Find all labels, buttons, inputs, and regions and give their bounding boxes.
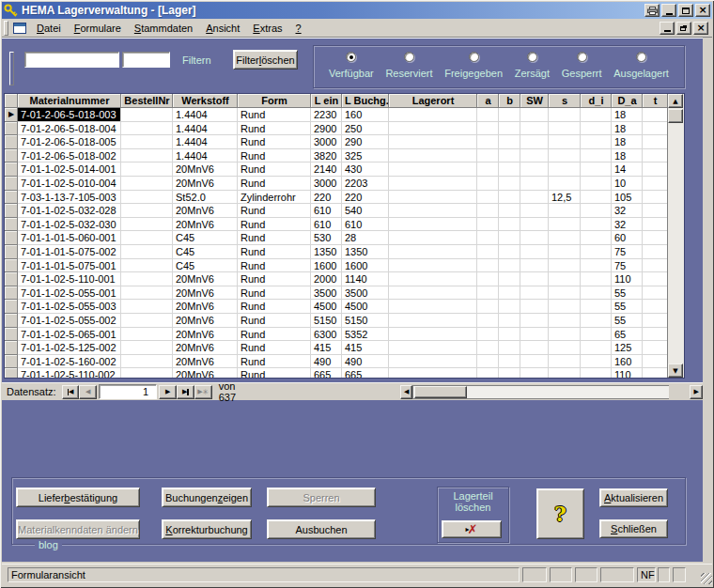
last-record-button[interactable]: ▶	[177, 385, 194, 399]
cell[interactable]	[549, 177, 581, 191]
row-selector[interactable]	[5, 231, 18, 245]
cell[interactable]	[477, 300, 499, 314]
cell[interactable]	[549, 231, 581, 245]
cell[interactable]: 7-01-1-02-5-032-028	[18, 204, 121, 218]
menu-datei[interactable]: Datei	[30, 19, 68, 38]
cell[interactable]	[121, 328, 173, 342]
materialkenndaten-button[interactable]: Materialkenndaten ändern	[16, 519, 140, 539]
cell[interactable]: 1350	[311, 245, 342, 259]
cell[interactable]	[643, 300, 668, 314]
menu-extras[interactable]: Extras	[246, 19, 288, 38]
cell[interactable]	[643, 122, 668, 136]
cell[interactable]	[499, 355, 520, 369]
cell[interactable]: 7-01-1-02-5-110-001	[18, 272, 121, 286]
cell[interactable]: 415	[342, 341, 389, 355]
cell[interactable]	[499, 204, 520, 218]
aktualisieren-button[interactable]: Aktualisieren	[599, 488, 668, 507]
cell[interactable]	[499, 122, 520, 136]
cell[interactable]	[549, 286, 581, 301]
cell[interactable]	[643, 231, 668, 245]
cell[interactable]	[121, 286, 173, 301]
cell[interactable]: 7-01-1-02-5-065-001	[18, 328, 121, 342]
cell[interactable]	[643, 355, 668, 369]
cell[interactable]: 14	[612, 162, 643, 177]
cell[interactable]: Rund	[238, 122, 311, 136]
cell[interactable]	[643, 177, 668, 191]
cell[interactable]: 4500	[311, 300, 342, 314]
cell[interactable]	[581, 314, 612, 328]
cell[interactable]: 7-01-1-02-5-055-001	[18, 286, 121, 301]
cell[interactable]	[520, 108, 549, 122]
cell[interactable]	[581, 177, 612, 191]
row-selector[interactable]	[5, 149, 18, 163]
cell[interactable]	[520, 328, 549, 342]
menu-formulare[interactable]: Formulare	[68, 19, 128, 38]
cell[interactable]: 4500	[342, 300, 389, 314]
cell[interactable]: 20MnV6	[173, 314, 238, 328]
cell[interactable]: Rund	[238, 135, 311, 149]
cell[interactable]: 1.4404	[173, 122, 238, 136]
cell[interactable]	[389, 245, 477, 259]
cell[interactable]	[549, 162, 581, 177]
cell[interactable]	[121, 177, 173, 191]
cell[interactable]: Rund	[238, 177, 311, 191]
cell[interactable]	[581, 259, 612, 273]
cell[interactable]: 7-01-1-01-5-075-001	[18, 259, 121, 273]
cell[interactable]: 665	[311, 368, 342, 379]
cell[interactable]: 105	[612, 191, 643, 205]
cell[interactable]: 20MnV6	[173, 204, 238, 218]
cell[interactable]	[520, 191, 549, 205]
cell[interactable]	[520, 162, 549, 177]
radio-reserviert[interactable]: Reserviert	[385, 52, 432, 87]
cell[interactable]	[389, 191, 477, 205]
cell[interactable]	[581, 245, 612, 259]
column-header[interactable]: L ein	[311, 94, 342, 108]
cell[interactable]	[581, 231, 612, 245]
cell[interactable]: Rund	[238, 286, 311, 301]
cell[interactable]	[477, 204, 499, 218]
cell[interactable]	[477, 314, 499, 328]
cell[interactable]	[499, 300, 520, 314]
cell[interactable]	[520, 245, 549, 259]
cell[interactable]	[643, 286, 668, 301]
cell[interactable]	[643, 218, 668, 232]
cell[interactable]	[121, 245, 173, 259]
row-selector[interactable]	[5, 245, 18, 259]
cell[interactable]: 20MnV6	[173, 328, 238, 342]
cell[interactable]	[121, 204, 173, 218]
cell[interactable]	[520, 122, 549, 136]
cell[interactable]	[389, 259, 477, 273]
cell[interactable]	[643, 108, 668, 122]
menu-ansicht[interactable]: Ansicht	[199, 19, 246, 38]
cell[interactable]	[520, 300, 549, 314]
cell[interactable]: 1.4404	[173, 135, 238, 149]
cell[interactable]: 7-01-2-06-5-018-002	[18, 149, 121, 163]
cell[interactable]	[549, 259, 581, 273]
cell[interactable]: Rund	[238, 162, 311, 177]
cell[interactable]	[581, 355, 612, 369]
cell[interactable]: 3820	[311, 149, 342, 163]
column-header[interactable]: L Buchg.	[342, 94, 389, 108]
cell[interactable]	[643, 245, 668, 259]
cell[interactable]	[581, 122, 612, 136]
cell[interactable]	[121, 218, 173, 232]
cell[interactable]	[477, 355, 499, 369]
cell[interactable]	[643, 204, 668, 218]
cell[interactable]	[549, 355, 581, 369]
cell[interactable]: 18	[612, 108, 643, 122]
cell[interactable]	[477, 328, 499, 342]
scroll-thumb[interactable]	[668, 109, 683, 123]
cell[interactable]	[520, 177, 549, 191]
cell[interactable]	[389, 355, 477, 369]
row-selector[interactable]	[5, 341, 18, 355]
hscroll-right-button[interactable]: ▶	[690, 385, 703, 399]
cell[interactable]	[549, 204, 581, 218]
radio-ausgelagert[interactable]: Ausgelagert	[613, 52, 669, 87]
cell[interactable]: 2900	[311, 122, 342, 136]
cell[interactable]	[581, 272, 612, 286]
cell[interactable]	[121, 300, 173, 314]
cell[interactable]: 1350	[342, 245, 389, 259]
korrekturbuchung-button[interactable]: Korrekturbuchung	[162, 519, 252, 539]
cell[interactable]: 20MnV6	[173, 177, 238, 191]
cell[interactable]: 3000	[311, 135, 342, 149]
